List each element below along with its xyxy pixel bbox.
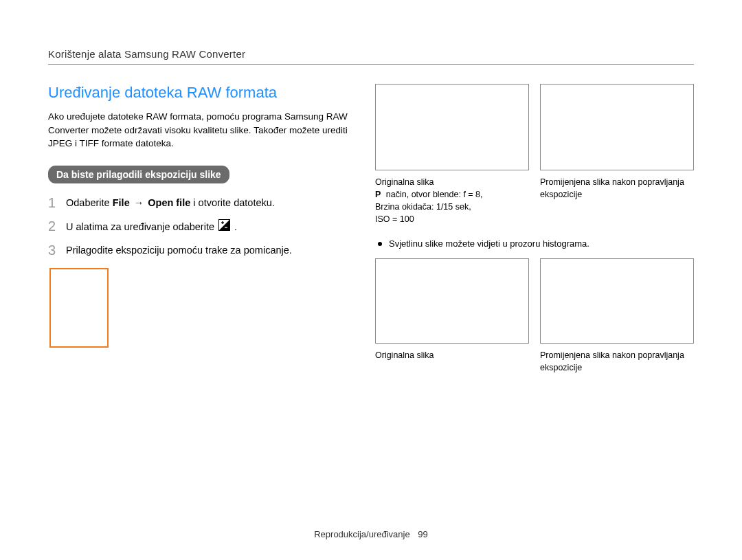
column-right: Originalna slika P način, otvor blende: … (375, 84, 694, 386)
header-rule (48, 64, 694, 65)
page-root: Korištenje alata Samsung RAW Converter U… (0, 0, 742, 560)
arrow-icon: → (134, 196, 144, 211)
note: Svjetlinu slike možete vidjeti u prozoru… (375, 238, 694, 249)
column-left: Uređivanje datoteka RAW formata Ako uređ… (48, 84, 353, 386)
panel-placeholder (49, 268, 109, 348)
page-footer: Reprodukcija/uređivanje 99 (0, 529, 742, 539)
bullet-icon (378, 242, 382, 246)
section-heading: Uređivanje datoteka RAW formata (48, 84, 353, 102)
step-1: 1 Odaberite File → Open ﬁle i otvorite d… (48, 194, 353, 211)
step-text: Odaberite File → Open ﬁle i otvorite dat… (66, 194, 275, 211)
step-number: 1 (48, 194, 66, 211)
histogram-original (375, 258, 529, 344)
caption-hist-adjusted: Promijenjena slika nakon popravljanja ek… (540, 349, 694, 374)
intro-paragraph: Ako uređujete datoteke RAW formata, pomo… (48, 110, 353, 150)
subsection-pill: Da biste prilagodili ekspoziciju slike (48, 166, 229, 183)
caption-adjusted: Promijenjena slika nakon popravljanja ek… (540, 176, 694, 226)
caption-hist-original: Originalna slika (375, 349, 529, 374)
step-text-bold-file: File (113, 197, 130, 208)
image-adjusted (540, 84, 694, 170)
step-text: U alatima za uređivanje odaberite . (66, 218, 237, 236)
footer-label: Reprodukcija/uređivanje (314, 529, 409, 539)
step-text: Prilagodite ekspoziciju pomoću trake za … (66, 242, 292, 258)
step-text-suffix: i otvorite datoteku. (190, 197, 275, 208)
caption-mode: P način, otvor blende: f = 8, (375, 188, 529, 201)
caption-original: Originalna slika P način, otvor blende: … (375, 176, 529, 226)
caption-mode-text: način, otvor blende: f = 8, (383, 190, 482, 199)
step-text-bold-open: Open ﬁle (148, 197, 190, 208)
step-list: 1 Odaberite File → Open ﬁle i otvorite d… (48, 194, 353, 259)
step-text-after: . (234, 221, 237, 232)
step-3: 3 Prilagodite ekspoziciju pomoću trake z… (48, 242, 353, 258)
step-text-prefix: Odaberite (66, 197, 113, 208)
step-number: 2 (48, 218, 66, 234)
page-number: 99 (418, 529, 427, 539)
caption-row-top: Originalna slika P način, otvor blende: … (375, 176, 694, 226)
exposure-icon (218, 219, 230, 236)
image-original (375, 84, 529, 170)
caption-iso: ISO = 100 (375, 213, 529, 225)
columns: Uređivanje datoteka RAW formata Ako uređ… (48, 84, 694, 386)
image-row-top (375, 84, 694, 170)
step-text-before: U alatima za uređivanje odaberite (66, 221, 217, 232)
header-title: Korištenje alata Samsung RAW Converter (48, 48, 694, 60)
note-text: Svjetlinu slike možete vidjeti u prozoru… (389, 238, 589, 249)
caption-shutter: Brzina okidača: 1/15 sek, (375, 201, 529, 213)
caption-row-bottom: Originalna slika Promijenjena slika nako… (375, 349, 694, 374)
histogram-adjusted (540, 258, 694, 344)
caption-title: Originalna slika (375, 176, 529, 188)
p-mode-icon: P (375, 190, 381, 199)
step-number: 3 (48, 242, 66, 258)
histogram-row (375, 258, 694, 344)
step-2: 2 U alatima za uređivanje odaberite (48, 218, 353, 236)
